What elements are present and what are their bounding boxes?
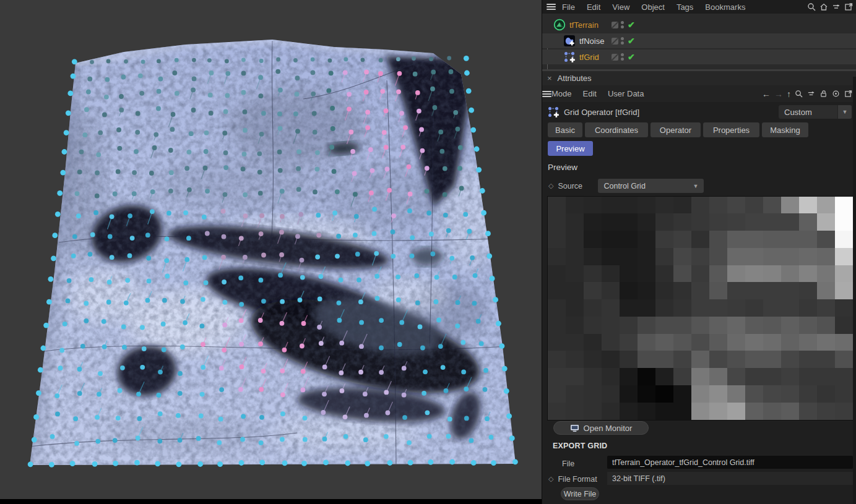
tab-coordinates[interactable]: Coordinates <box>585 122 648 137</box>
source-dropdown[interactable]: Control Grid ▼ <box>598 179 704 193</box>
source-label: Source <box>558 182 587 190</box>
export-grid-heading: EXPORT GRID <box>553 442 607 450</box>
menu-bookmarks[interactable]: Bookmarks <box>705 2 745 12</box>
layer-swatch-icon[interactable] <box>612 54 618 61</box>
chevron-down-icon: ▼ <box>693 183 704 189</box>
filter-icon[interactable] <box>831 2 841 12</box>
menu-hamburger-icon[interactable] <box>547 2 556 11</box>
filter-icon[interactable] <box>806 89 816 98</box>
close-icon[interactable]: × <box>547 74 552 83</box>
viewport-bottom-edge <box>0 499 542 504</box>
application-window: File Edit View Object Tags Bookmarks <box>0 0 856 504</box>
grid-preview-image <box>547 196 854 421</box>
object-title: Grid Operator [tfGrid] <box>564 108 639 117</box>
file-path-value: tfTerrain_Operator_tfGrid_Control Grid.t… <box>612 458 754 467</box>
visibility-dots-icon[interactable] <box>621 53 624 61</box>
object-label[interactable]: tfNoise <box>579 36 604 46</box>
attributes-title: Attributes <box>558 74 592 83</box>
keyframe-diamond-icon[interactable]: ◇ <box>548 475 553 483</box>
chevron-down-icon[interactable]: ▼ <box>837 105 852 119</box>
preset-dropdown-value: Custom <box>779 108 837 117</box>
layer-swatch-icon[interactable] <box>612 38 618 45</box>
search-icon[interactable] <box>806 2 816 12</box>
section-label-preview: Preview <box>548 163 577 172</box>
target-icon[interactable] <box>831 89 841 98</box>
lock-icon[interactable] <box>819 89 828 98</box>
enabled-check-icon[interactable]: ✔ <box>628 20 635 30</box>
tab-preview[interactable]: Preview <box>548 141 593 156</box>
write-file-label: Write File <box>564 490 597 498</box>
noise-operator-icon <box>563 35 576 47</box>
preset-dropdown[interactable]: Custom ▼ <box>779 105 852 119</box>
attributes-header: × Attributes <box>542 71 856 85</box>
enabled-check-icon[interactable]: ✔ <box>628 52 635 62</box>
object-label[interactable]: tfTerrain <box>569 20 599 30</box>
attributes-menubar: Mode Edit User Data ← → ↑ <box>542 85 856 102</box>
menu-edit[interactable]: Edit <box>587 2 600 12</box>
attribute-panel: File Edit View Object Tags Bookmarks <box>542 0 856 504</box>
menu-tags[interactable]: Tags <box>677 2 693 12</box>
menu-view[interactable]: View <box>612 2 629 12</box>
menu-hamburger-icon[interactable] <box>542 90 551 98</box>
write-file-button[interactable]: Write File <box>561 487 599 500</box>
visibility-dots-icon[interactable] <box>621 21 624 28</box>
popout-icon[interactable] <box>844 2 853 12</box>
source-dropdown-value: Control Grid <box>598 182 693 190</box>
grid-operator-icon <box>563 51 576 63</box>
grid-operator-icon <box>547 106 560 118</box>
enabled-check-icon[interactable]: ✔ <box>628 36 635 46</box>
source-row: ◇ Source Control Grid ▼ <box>548 179 852 193</box>
tab-masking[interactable]: Masking <box>762 122 808 137</box>
search-icon[interactable] <box>794 89 803 98</box>
panel-scrollbar[interactable] <box>853 77 856 504</box>
object-manager: tfTerrain ✔ tfNoise ✔ <box>542 14 856 71</box>
file-format-value: 32-bit TIFF (.tif) <box>612 474 665 483</box>
file-format-row: ◇ File Format <box>548 472 597 485</box>
file-path-input[interactable]: tfTerrain_Operator_tfGrid_Control Grid.t… <box>607 456 853 469</box>
up-arrow-icon[interactable]: ↑ <box>787 89 791 99</box>
open-monitor-button[interactable]: Open Monitor <box>553 421 649 435</box>
open-monitor-label: Open Monitor <box>584 424 633 433</box>
monitor-icon <box>570 424 579 432</box>
menu-object[interactable]: Object <box>641 2 665 12</box>
back-arrow-icon[interactable]: ← <box>762 89 771 99</box>
layer-swatch-icon[interactable] <box>612 22 618 28</box>
object-row-tfgrid[interactable]: tfGrid ✔ <box>542 49 856 64</box>
file-label: File <box>562 457 574 470</box>
tab-operator[interactable]: Operator <box>651 122 701 137</box>
file-format-dropdown[interactable]: 32-bit TIFF (.tif) <box>607 472 853 485</box>
terrain-scene <box>0 0 542 504</box>
keyframe-diamond-icon[interactable]: ◇ <box>548 182 553 190</box>
tab-basic[interactable]: Basic <box>548 122 582 137</box>
menu-file[interactable]: File <box>562 2 575 12</box>
terrain-object-icon <box>553 19 566 31</box>
forward-arrow-icon[interactable]: → <box>774 89 783 99</box>
menu-user-data[interactable]: User Data <box>608 89 644 98</box>
object-label[interactable]: tfGrid <box>579 53 599 62</box>
file-format-label: File Format <box>558 475 597 484</box>
home-icon[interactable] <box>819 2 828 12</box>
visibility-dots-icon[interactable] <box>621 37 624 45</box>
object-row-tfnoise[interactable]: tfNoise ✔ <box>542 33 856 48</box>
main-menubar: File Edit View Object Tags Bookmarks <box>542 0 856 14</box>
popout-icon[interactable] <box>844 89 853 98</box>
tab-properties[interactable]: Properties <box>703 122 759 137</box>
menu-edit[interactable]: Edit <box>583 89 597 98</box>
viewport-3d[interactable] <box>0 0 542 504</box>
menu-mode[interactable]: Mode <box>551 89 572 98</box>
object-row-tfterrain[interactable]: tfTerrain ✔ <box>542 17 856 32</box>
